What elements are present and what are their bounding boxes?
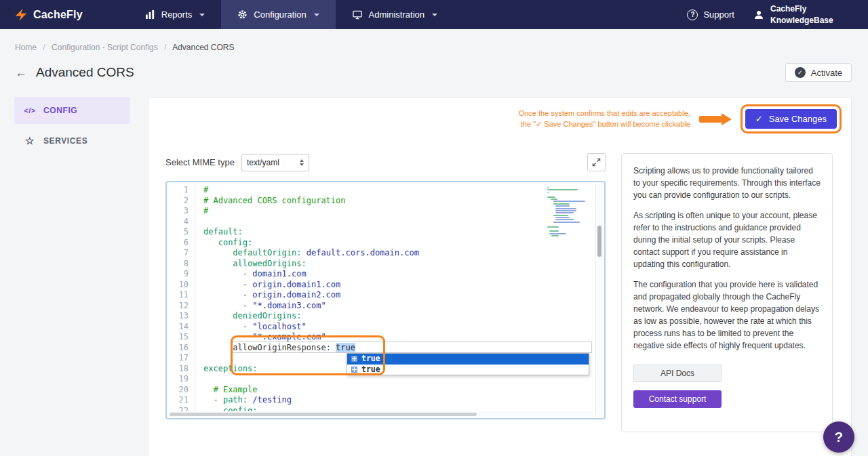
editor-hscrollbar[interactable] <box>168 411 595 417</box>
code-token <box>203 238 218 247</box>
user-icon <box>753 9 764 20</box>
code-token: allowOriginResponse: <box>233 343 336 352</box>
code-line[interactable]: 6 config: <box>167 238 604 249</box>
nav-label: Configuration <box>254 9 306 20</box>
nav-label: Reports <box>161 9 193 20</box>
editor-vscrollbar[interactable] <box>595 184 603 417</box>
line-number: 7 <box>167 248 195 259</box>
line-number: 1 <box>167 185 195 196</box>
contact-support-button[interactable]: Contact support <box>633 390 722 408</box>
annotation-line: Once the system confirms that edits are … <box>519 108 690 119</box>
chevron-down-icon <box>432 14 437 16</box>
line-number: 13 <box>167 311 195 322</box>
code-token: "*.example.com" <box>252 332 326 341</box>
code-token: /testing <box>248 395 292 405</box>
code-line[interactable]: 11 - origin.domain2.com <box>167 290 604 301</box>
back-arrow[interactable]: ← <box>15 66 27 79</box>
code-token <box>203 301 243 310</box>
gear-icon <box>237 9 248 20</box>
nav-account[interactable]: CacheFly KnowledgeBase <box>753 3 841 25</box>
code-line[interactable]: 4 <box>167 217 604 228</box>
cachefly-logo[interactable]: CacheFly <box>0 0 96 29</box>
nav-item-administration[interactable]: Administration <box>336 0 454 29</box>
info-paragraph: The configuration that you provide here … <box>633 278 821 352</box>
code-line[interactable]: 14 - "localhost" <box>167 322 604 333</box>
activate-label: Activate <box>811 68 842 78</box>
code-token <box>203 259 233 268</box>
breadcrumb: Home / Configuration - Script Configs / … <box>0 29 868 52</box>
line-number: 14 <box>167 322 195 333</box>
expand-editor-button[interactable] <box>587 153 606 171</box>
code-token <box>203 385 213 394</box>
breadcrumb-script-configs[interactable]: Configuration - Script Configs <box>52 43 158 52</box>
line-number: 17 <box>167 353 195 364</box>
line-number: 20 <box>167 385 195 396</box>
code-line[interactable]: 12 - "*.domain3.com" <box>167 301 604 312</box>
code-line[interactable]: 10 - origin.domain1.com <box>167 280 604 291</box>
code-token: config: <box>218 238 253 247</box>
line-number: 4 <box>167 217 195 228</box>
sidebar-item-config[interactable]: </> CONFIG <box>14 97 130 124</box>
code-token: domain1.com <box>252 269 306 278</box>
code-token: default.cors.domain.com <box>302 248 419 257</box>
autocomplete-option-label: true <box>361 365 380 375</box>
save-label: Save Changes <box>769 114 827 124</box>
code-line[interactable]: 9 - domain1.com <box>167 269 604 280</box>
line-number: 3 <box>167 206 195 217</box>
save-changes-button[interactable]: ✓ Save Changes <box>745 109 837 129</box>
activate-button[interactable]: ✓ Activate <box>785 63 852 82</box>
mime-type-select[interactable]: text/yaml <box>241 154 309 171</box>
line-number: 8 <box>167 259 195 270</box>
nav-item-configuration[interactable]: Configuration <box>221 0 335 29</box>
code-icon: </> <box>24 106 36 115</box>
hscroll-thumb[interactable] <box>170 413 477 416</box>
code-token <box>203 395 213 405</box>
code-editor[interactable]: 1#2# Advanced CORS configuration3#45defa… <box>165 181 606 419</box>
code-token <box>203 322 243 331</box>
editor-column: Select MIME type text/yaml 1#2# Advance <box>165 153 606 432</box>
code-token <box>203 343 233 352</box>
code-token: - <box>243 269 252 278</box>
annotation-row: Once the system confirms that edits are … <box>519 104 842 133</box>
nav-item-reports[interactable]: Reports <box>129 0 222 29</box>
info-panel: Scripting allows us to provide functiona… <box>621 153 833 432</box>
code-line[interactable]: 21 - path: /testing <box>167 395 604 406</box>
code-token: # <box>203 206 208 215</box>
vscroll-thumb[interactable] <box>597 226 601 257</box>
code-line[interactable]: 13 deniedOrigins: <box>167 311 604 322</box>
help-fab-button[interactable]: ? <box>823 421 854 453</box>
save-highlight-box: ✓ Save Changes <box>741 104 842 133</box>
code-line[interactable]: 5default: <box>167 227 604 238</box>
sidebar-item-services[interactable]: ☆ SERVICES <box>14 127 130 154</box>
api-docs-button[interactable]: API Docs <box>633 365 722 382</box>
line-number: 18 <box>167 364 195 375</box>
breadcrumb-home[interactable]: Home <box>15 43 37 52</box>
cachefly-bolt-icon <box>14 7 28 22</box>
autocomplete-option[interactable]: true <box>347 354 589 365</box>
code-line[interactable]: 2# Advanced CORS configuration <box>167 196 604 207</box>
line-number: 9 <box>167 269 195 280</box>
page-title: Advanced CORS <box>36 65 134 80</box>
nav-label: Administration <box>369 9 425 20</box>
code-token <box>203 248 233 257</box>
code-line[interactable]: 1# <box>167 185 604 196</box>
code-line[interactable]: 20 # Example <box>167 385 604 396</box>
code-line[interactable]: 7 defaultOrigin: default.cors.domain.com <box>167 248 604 259</box>
code-line[interactable]: 3# <box>167 206 604 217</box>
content-area: </> CONFIG ☆ SERVICES Once the system co… <box>0 97 868 456</box>
code-token: true <box>336 343 355 352</box>
line-number: 11 <box>167 290 195 301</box>
code-line[interactable]: 19 <box>167 374 604 385</box>
code-token: - <box>213 395 222 405</box>
code-line[interactable]: 8 allowedOrigins: <box>167 259 604 270</box>
autocomplete-option[interactable]: true <box>347 365 589 375</box>
type-grid-icon <box>351 356 357 362</box>
code-token <box>203 269 243 278</box>
code-line[interactable]: 15 - "*.example.com" <box>167 332 604 343</box>
nav-right: ? Support CacheFly KnowledgeBase <box>687 0 868 29</box>
bar-chart-icon <box>145 9 155 20</box>
info-paragraph: Scripting allows us to provide functiona… <box>633 165 821 201</box>
code-line[interactable]: 16 allowOriginResponse: true <box>167 343 604 354</box>
nav-support[interactable]: ? Support <box>687 9 734 20</box>
line-number: 5 <box>167 227 195 238</box>
